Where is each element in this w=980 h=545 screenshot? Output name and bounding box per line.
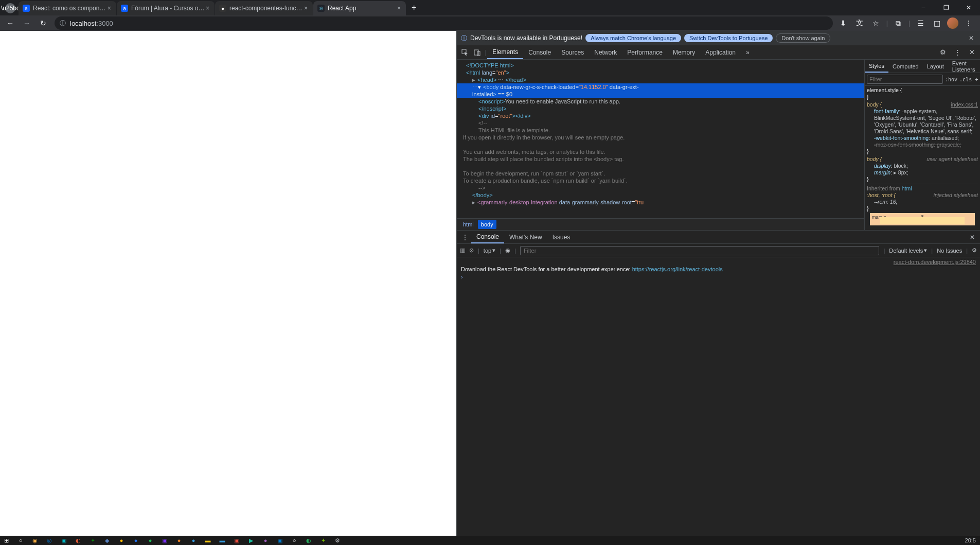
- tab-close-icon[interactable]: ×: [106, 4, 112, 13]
- drawer-tab-whatsnew[interactable]: What's New: [504, 231, 547, 243]
- close-window-button[interactable]: ✕: [957, 0, 980, 15]
- taskbar-app-icon[interactable]: ✦: [88, 536, 97, 544]
- reading-list-icon[interactable]: ☰: [914, 17, 926, 29]
- taskbar-app-icon[interactable]: ▣: [276, 536, 284, 544]
- tab-performance[interactable]: Performance: [622, 45, 668, 59]
- url-input[interactable]: ⓘ localhost:3000: [55, 16, 833, 30]
- styles-tab-layout[interactable]: Layout: [923, 60, 948, 73]
- tab-close-icon[interactable]: ×: [396, 4, 402, 13]
- bookmark-star-icon[interactable]: ☆: [870, 17, 882, 29]
- cls-toggle[interactable]: .cls: [959, 77, 972, 82]
- site-info-icon[interactable]: ⓘ: [60, 19, 66, 28]
- browser-tab[interactable]: a Fórum | Alura - Cursos online d ×: [117, 1, 215, 15]
- styles-tab-eventlisteners[interactable]: Event Listeners: [948, 60, 979, 73]
- console-link[interactable]: https://reactjs.org/link/react-devtools: [632, 266, 723, 272]
- console-output[interactable]: react-dom.development.js:29840 Download …: [457, 257, 980, 536]
- translate-icon[interactable]: 文: [853, 17, 866, 29]
- tab-console[interactable]: Console: [523, 45, 556, 59]
- tab-network[interactable]: Network: [589, 45, 622, 59]
- side-panel-icon[interactable]: ◫: [931, 17, 943, 29]
- console-levels-selector[interactable]: Default levels ▾: [889, 247, 927, 254]
- taskbar-app-icon[interactable]: ○: [290, 536, 298, 544]
- profile-avatar[interactable]: [947, 17, 958, 29]
- infobar-match-button[interactable]: Always match Chrome's language: [585, 34, 681, 42]
- styles-tab-computed[interactable]: Computed: [888, 60, 923, 73]
- taskbar-app-icon[interactable]: ◉: [31, 536, 39, 544]
- install-app-icon[interactable]: ⬇: [837, 17, 849, 29]
- infobar-switch-button[interactable]: Switch DevTools to Portuguese: [684, 34, 773, 42]
- reload-button[interactable]: ↻: [36, 16, 50, 30]
- crumb-html[interactable]: html: [460, 220, 477, 229]
- devtools-close-icon[interactable]: ✕: [966, 48, 978, 56]
- console-context-selector[interactable]: top ▾: [484, 247, 495, 254]
- infobar-close-icon[interactable]: ✕: [967, 34, 976, 42]
- drawer-tab-issues[interactable]: Issues: [547, 231, 576, 243]
- maximize-button[interactable]: ❐: [935, 0, 957, 15]
- box-model-diagram[interactable]: margin8: [870, 213, 975, 225]
- browser-tab[interactable]: a React: como os componentes fu ×: [19, 1, 116, 15]
- browser-tab[interactable]: ● react-componentes-funcionam ×: [215, 1, 313, 15]
- styles-tab-styles[interactable]: Styles: [865, 60, 888, 73]
- console-issues-count[interactable]: No Issues: [937, 248, 962, 254]
- new-tab-button[interactable]: +: [406, 0, 421, 15]
- back-button[interactable]: ←: [3, 16, 17, 30]
- start-button[interactable]: ⊞: [2, 536, 10, 544]
- tab-close-icon[interactable]: ×: [205, 4, 210, 13]
- taskbar-clock[interactable]: 20:5: [965, 537, 978, 543]
- taskbar-app-icon[interactable]: ▬: [218, 536, 226, 544]
- tab-memory[interactable]: Memory: [668, 45, 700, 59]
- minimize-button[interactable]: –: [912, 0, 935, 15]
- taskbar-app-icon[interactable]: ▣: [233, 536, 241, 544]
- console-clear-icon[interactable]: ⊘: [469, 247, 474, 254]
- search-icon[interactable]: ○: [16, 536, 25, 544]
- tab-more[interactable]: »: [741, 45, 755, 59]
- taskbar-app-icon[interactable]: ⚙: [333, 536, 342, 544]
- taskbar-app-icon[interactable]: ◎: [45, 536, 54, 544]
- page-viewport[interactable]: [0, 31, 456, 536]
- taskbar-app-icon[interactable]: ◐: [305, 536, 313, 544]
- device-toolbar-icon[interactable]: [471, 49, 484, 56]
- taskbar-app-icon[interactable]: ●: [261, 536, 270, 544]
- drawer-close-icon[interactable]: ✕: [967, 234, 978, 241]
- taskbar-app-icon[interactable]: ●: [117, 536, 126, 544]
- taskbar-app-icon[interactable]: ●: [175, 536, 183, 544]
- console-settings-icon[interactable]: ⚙: [972, 247, 977, 254]
- tab-elements[interactable]: Elements: [487, 45, 523, 59]
- tab-sources[interactable]: Sources: [556, 45, 589, 59]
- hov-toggle[interactable]: :hov: [945, 77, 957, 82]
- infobar-dismiss-button[interactable]: Don't show again: [776, 33, 830, 43]
- inherited-link[interactable]: html: [902, 185, 912, 191]
- crumb-body[interactable]: body: [478, 220, 496, 229]
- console-filter-input[interactable]: [520, 246, 880, 255]
- taskbar-app-icon[interactable]: ●: [189, 536, 198, 544]
- devtools-menu-icon[interactable]: ⋮: [951, 48, 964, 56]
- styles-rules[interactable]: element.style {} index.css:1body { font-…: [865, 86, 980, 230]
- console-prompt[interactable]: ›: [461, 273, 976, 281]
- drawer-menu-icon[interactable]: ⋮: [459, 234, 471, 241]
- taskbar-app-icon[interactable]: ✦: [319, 536, 327, 544]
- extensions-icon[interactable]: ⧉: [892, 17, 904, 29]
- inspect-element-icon[interactable]: [459, 49, 471, 56]
- taskbar-app-icon[interactable]: ▶: [247, 536, 255, 544]
- forward-button[interactable]: →: [20, 16, 34, 30]
- console-live-expression-icon[interactable]: ◉: [505, 247, 510, 254]
- console-sidebar-icon[interactable]: ▥: [460, 247, 465, 254]
- taskbar-app-icon[interactable]: ▬: [204, 536, 212, 544]
- tab-close-icon[interactable]: ×: [303, 4, 309, 13]
- rule-source-link[interactable]: index.css:1: [951, 101, 978, 108]
- taskbar-app-icon[interactable]: ▣: [60, 536, 68, 544]
- drawer-tab-console[interactable]: Console: [471, 231, 504, 243]
- console-source-link[interactable]: react-dom.development.js:29840: [894, 259, 976, 265]
- taskbar-app-icon[interactable]: ▣: [161, 536, 169, 544]
- tab-application[interactable]: Application: [700, 45, 741, 59]
- browser-tab-active[interactable]: ⚛ React App ×: [313, 1, 406, 15]
- dom-tree[interactable]: <!DOCTYPE html> <html lang="en"> ▸<head>…: [457, 60, 864, 230]
- devtools-settings-icon[interactable]: ⚙: [937, 48, 949, 56]
- taskbar-app-icon[interactable]: ◆: [103, 536, 111, 544]
- styles-filter-input[interactable]: [867, 75, 943, 84]
- chrome-menu-icon[interactable]: ⋮: [963, 17, 975, 29]
- taskbar-app-icon[interactable]: ●: [132, 536, 140, 544]
- taskbar-app-icon[interactable]: ◐: [74, 536, 82, 544]
- taskbar-app-icon[interactable]: ●: [146, 536, 154, 544]
- new-style-rule-icon[interactable]: +: [974, 76, 979, 82]
